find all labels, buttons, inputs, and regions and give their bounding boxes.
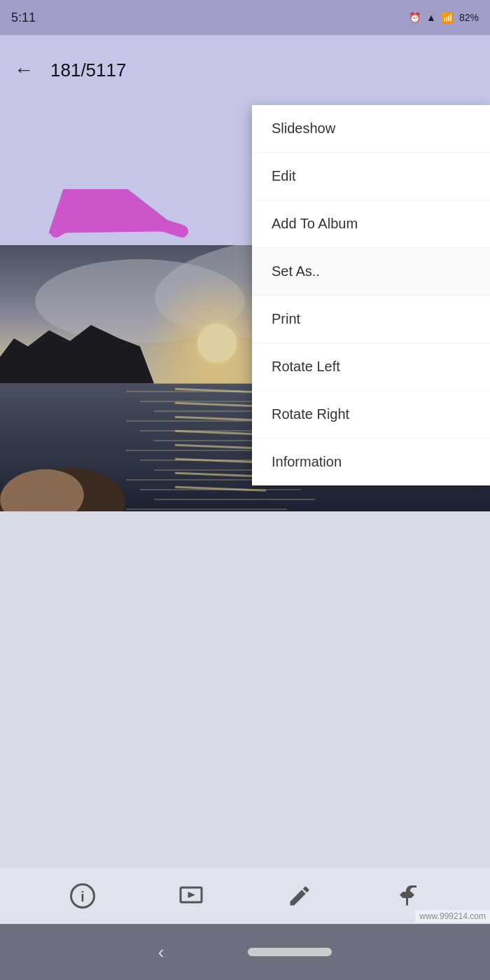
menu-item-slideshow[interactable]: Slideshow (252, 105, 490, 153)
app-bar: ← 181/5117 (0, 35, 490, 105)
back-button[interactable]: ← (14, 59, 34, 81)
menu-item-information[interactable]: Information (252, 439, 490, 485)
content-area: Slideshow Edit Add To Album Set As.. Pri… (0, 105, 490, 511)
wifi-icon: ▲ (426, 12, 436, 23)
share-button[interactable] (391, 878, 426, 913)
menu-item-rotate-left[interactable]: Rotate Left (252, 343, 490, 391)
alarm-icon: ⏰ (409, 12, 421, 23)
signal-icon: 📶 (442, 12, 454, 23)
bottom-area (0, 511, 490, 911)
menu-item-set-as[interactable]: Set As.. (252, 248, 490, 296)
photo-counter: 181/5117 (50, 60, 126, 81)
slideshow-button[interactable] (174, 878, 209, 913)
info-button[interactable]: i (65, 878, 100, 913)
dropdown-menu: Slideshow Edit Add To Album Set As.. Pri… (252, 105, 490, 485)
watermark: www.999214.com (415, 910, 490, 923)
status-time: 5:11 (11, 11, 36, 25)
menu-item-print[interactable]: Print (252, 296, 490, 343)
battery-icon: 82% (459, 12, 479, 23)
nav-home-pill[interactable] (248, 948, 332, 956)
menu-item-edit[interactable]: Edit (252, 153, 490, 200)
edit-button[interactable] (282, 878, 317, 913)
status-icons: ⏰ ▲ 📶 82% (409, 12, 479, 23)
status-bar: 5:11 ⏰ ▲ 📶 82% (0, 0, 490, 35)
svg-text:i: i (80, 889, 84, 904)
nav-bar: ‹ (0, 924, 490, 980)
menu-item-rotate-right[interactable]: Rotate Right (252, 391, 490, 439)
menu-item-add-to-album[interactable]: Add To Album (252, 200, 490, 248)
svg-marker-4 (188, 892, 195, 898)
nav-back-button[interactable]: ‹ (158, 941, 164, 963)
